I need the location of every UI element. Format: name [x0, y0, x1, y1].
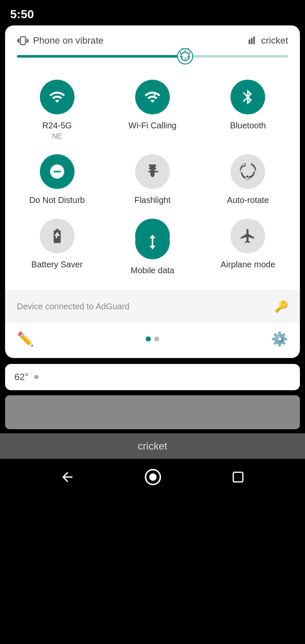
time: 5:50	[10, 8, 34, 21]
mobile-data-arrows-icon	[144, 233, 161, 251]
tile-airplane[interactable]: Airplane mode	[200, 211, 296, 281]
tile-flashlight[interactable]: Flashlight	[105, 147, 200, 211]
tile-wifi[interactable]: R24-5GNE	[9, 72, 105, 147]
battery-saver-icon-circle	[40, 219, 75, 253]
flashlight-icon	[144, 163, 161, 180]
dnd-icon-circle	[40, 154, 75, 189]
adguard-bar: Device connected to AdGuard 🔑	[5, 290, 300, 323]
autorotate-label: Auto-rotate	[227, 195, 269, 205]
bluetooth-icon	[239, 89, 256, 105]
tile-autorotate[interactable]: Auto-rotate	[200, 147, 296, 211]
nav-bar	[0, 461, 305, 494]
tile-bluetooth[interactable]: Bluetooth	[200, 72, 296, 147]
dnd-label: Do Not Disturb	[29, 195, 85, 205]
app-label-bar: cricket	[0, 433, 305, 459]
autorotate-icon-circle	[230, 154, 265, 189]
mobile-data-label: Mobile data	[130, 265, 174, 275]
back-icon	[60, 469, 75, 485]
wifi-calling-icon-circle	[135, 80, 170, 114]
svg-rect-0	[20, 37, 25, 45]
wifi-label: R24-5GNE	[42, 120, 72, 141]
vpn-key-icon: 🔑	[274, 300, 288, 313]
dnd-icon	[49, 163, 66, 180]
signal-icon	[248, 36, 258, 45]
page-dots	[146, 336, 159, 341]
svg-rect-5	[233, 472, 243, 482]
svg-rect-2	[150, 169, 155, 176]
dot-2	[154, 336, 159, 341]
qs-tiles-grid: R24-5GNE Wi-Fi Calling Bluetooth	[5, 68, 300, 286]
tile-mobile-data[interactable]: Mobile data	[105, 211, 200, 281]
tile-dnd[interactable]: Do Not Disturb	[9, 147, 105, 211]
battery-saver-icon	[49, 228, 66, 244]
app-preview-bar	[5, 395, 300, 429]
carrier-info: cricket	[248, 35, 288, 46]
brightness-row[interactable]	[5, 53, 300, 68]
flashlight-icon-circle	[135, 154, 170, 189]
weather-separator	[34, 375, 39, 379]
recents-button[interactable]	[231, 470, 245, 484]
home-button[interactable]	[144, 468, 162, 486]
vibrate-icon	[17, 35, 29, 47]
weather-bar: 62°	[5, 364, 300, 390]
wifi-calling-icon	[144, 89, 161, 105]
airplane-icon-circle	[230, 219, 265, 253]
settings-button[interactable]: ⚙️	[271, 331, 288, 347]
quick-settings-panel: Phone on vibrate cricket R24-5GNE	[5, 25, 300, 358]
flashlight-label: Flashlight	[134, 195, 171, 205]
brightness-slider[interactable]	[17, 55, 288, 58]
brightness-sun-icon	[180, 52, 190, 61]
tile-battery-saver[interactable]: Battery Saver	[9, 211, 105, 281]
home-icon	[144, 468, 162, 486]
brightness-thumb[interactable]	[177, 48, 193, 64]
mobile-data-icon-override	[135, 225, 170, 259]
back-button[interactable]	[60, 469, 75, 485]
adguard-text: Device connected to AdGuard	[17, 302, 130, 311]
weather-temp: 62°	[14, 372, 28, 383]
app-label: cricket	[138, 440, 167, 452]
tile-wifi-calling[interactable]: Wi-Fi Calling	[105, 72, 200, 147]
autorotate-icon	[239, 163, 256, 180]
wifi-icon	[49, 89, 66, 105]
airplane-icon	[239, 228, 256, 244]
airplane-label: Airplane mode	[221, 259, 275, 269]
qs-header: Phone on vibrate cricket	[5, 25, 300, 53]
status-bar: 5:50	[0, 0, 305, 25]
bluetooth-label: Bluetooth	[230, 120, 266, 130]
dot-1	[146, 336, 151, 341]
battery-saver-label: Battery Saver	[31, 259, 83, 269]
carrier-label: cricket	[261, 35, 288, 46]
vibrate-status: Phone on vibrate	[17, 35, 103, 47]
vibrate-label: Phone on vibrate	[33, 35, 103, 46]
svg-point-4	[150, 474, 156, 480]
wifi-icon-circle	[40, 80, 75, 114]
recents-icon	[231, 470, 245, 484]
wifi-calling-label: Wi-Fi Calling	[128, 120, 176, 130]
qs-bottom-row: ✏️ ⚙️	[5, 323, 300, 350]
bluetooth-icon-circle	[230, 80, 265, 114]
edit-button[interactable]: ✏️	[17, 331, 34, 347]
